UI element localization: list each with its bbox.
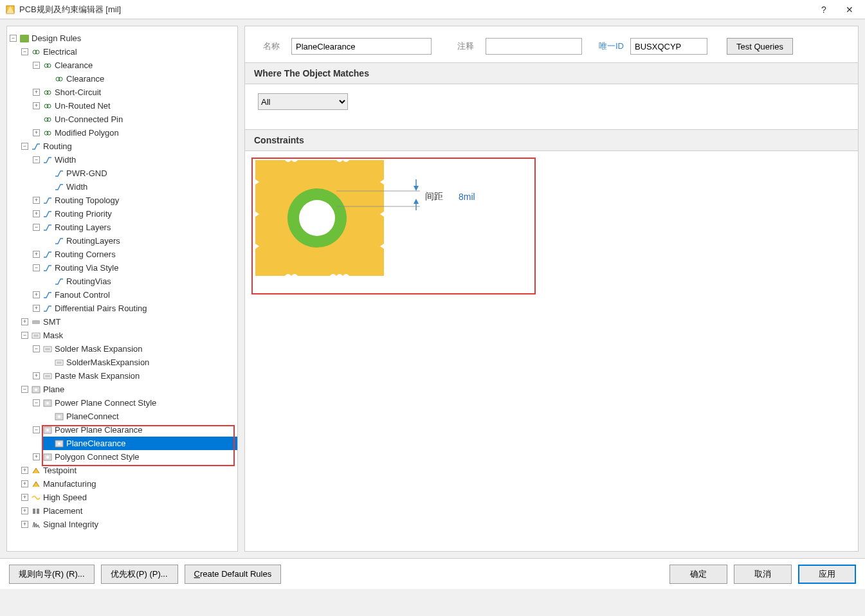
hispeed-icon bbox=[31, 493, 41, 502]
tree-solder-cat[interactable]: −Solder Mask Expansion bbox=[30, 342, 237, 356]
routing-icon bbox=[31, 142, 41, 151]
svg-point-32 bbox=[46, 429, 49, 431]
window-title: PCB规则及约束编辑器 [mil] bbox=[19, 4, 121, 15]
svg-rect-24 bbox=[45, 375, 50, 377]
svg-point-15 bbox=[47, 131, 51, 135]
si-icon bbox=[31, 520, 41, 529]
svg-point-26 bbox=[35, 388, 37, 391]
svg-rect-18 bbox=[33, 334, 39, 337]
tree-plane[interactable]: −Plane bbox=[19, 383, 237, 396]
svg-rect-37 bbox=[33, 509, 35, 514]
scope-select[interactable]: All bbox=[258, 93, 348, 110]
tree-electrical[interactable]: −Electrical bbox=[19, 45, 237, 59]
close-button[interactable]: ✕ bbox=[837, 5, 862, 15]
rule-editor-panel: 名称 注释 唯一ID Test Queries Where The Object… bbox=[244, 26, 859, 552]
tree-topo[interactable]: +Routing Topology bbox=[30, 194, 237, 207]
svg-point-36 bbox=[46, 456, 49, 458]
priority-button[interactable]: 优先权(P) (P)... bbox=[101, 565, 178, 584]
testpoint-icon bbox=[31, 466, 41, 475]
comment-label: 注释 bbox=[457, 41, 479, 52]
tree-width[interactable]: Width bbox=[42, 180, 237, 194]
tree-solder[interactable]: SolderMaskExpansion bbox=[42, 356, 237, 369]
tree-ppconnect[interactable]: PlaneConnect bbox=[42, 410, 237, 423]
titlebar: PCB规则及约束编辑器 [mil] ? ✕ bbox=[0, 0, 865, 19]
rule-header-row: 名称 注释 唯一ID Test Queries bbox=[245, 26, 858, 62]
electrical-icon bbox=[31, 48, 41, 57]
tree-vias[interactable]: RoutingVias bbox=[42, 275, 237, 288]
svg-point-28 bbox=[46, 402, 49, 404]
app-icon bbox=[5, 5, 15, 15]
tree-modpoly[interactable]: +Modified Polygon bbox=[30, 126, 237, 140]
rules-tree-panel: −Design Rules −Electrical −Clearance Cle… bbox=[6, 26, 238, 552]
section-where-head: Where The Object Matches bbox=[245, 62, 858, 84]
svg-point-13 bbox=[47, 118, 51, 122]
tree-layers[interactable]: RoutingLayers bbox=[42, 234, 237, 248]
svg-rect-16 bbox=[32, 320, 40, 324]
plane-icon bbox=[31, 385, 41, 394]
tree-ppclear[interactable]: PlaneClearance bbox=[42, 437, 237, 450]
test-queries-button[interactable]: Test Queries bbox=[727, 38, 793, 55]
help-button[interactable]: ? bbox=[811, 5, 837, 15]
svg-point-7 bbox=[59, 77, 62, 81]
svg-point-5 bbox=[47, 64, 51, 68]
svg-point-30 bbox=[58, 415, 60, 418]
dimension-lines bbox=[336, 188, 420, 209]
tree-ppconnect-cat[interactable]: −Power Plane Connect Style bbox=[30, 396, 237, 410]
clearance-label: 间距 bbox=[425, 191, 443, 203]
mfg-icon bbox=[31, 480, 41, 489]
tree-corners[interactable]: +Routing Corners bbox=[30, 248, 237, 261]
tree-mask[interactable]: −Mask bbox=[19, 329, 237, 342]
dialog-footer: 规则向导(R) (R)... 优先权(P) (P)... CCreate Def… bbox=[0, 558, 865, 589]
tree-diff[interactable]: +Differential Pairs Routing bbox=[30, 302, 237, 315]
tree-ppclear-cat[interactable]: −Power Plane Clearance bbox=[30, 423, 237, 437]
name-label: 名称 bbox=[263, 41, 285, 52]
tree-mfg[interactable]: +Manufacturing bbox=[19, 477, 237, 491]
placement-icon bbox=[31, 507, 41, 516]
smt-icon bbox=[31, 318, 41, 327]
tree-hispeed[interactable]: +High Speed bbox=[19, 491, 237, 504]
rules-icon bbox=[19, 34, 30, 43]
svg-point-11 bbox=[47, 104, 51, 108]
tree-layers-cat[interactable]: −Routing Layers bbox=[30, 221, 237, 234]
tree-prio[interactable]: +Routing Priority bbox=[30, 207, 237, 221]
tree-short[interactable]: +Short-Circuit bbox=[30, 86, 237, 99]
svg-point-9 bbox=[47, 91, 51, 95]
tree-pwrgnd[interactable]: PWR-GND bbox=[42, 167, 237, 180]
plane-clearance-diagram bbox=[253, 154, 388, 282]
cancel-button[interactable]: 取消 bbox=[734, 565, 792, 584]
svg-rect-1 bbox=[20, 35, 29, 42]
tree-unconnected[interactable]: Un-Connected Pin bbox=[30, 113, 237, 126]
create-default-button[interactable]: CCreate Default Rulesreate Default Rules bbox=[185, 565, 282, 584]
tree-via-cat[interactable]: −Routing Via Style bbox=[30, 261, 237, 275]
tree-root[interactable]: −Design Rules bbox=[7, 32, 237, 45]
section-constraints-head: Constraints bbox=[245, 129, 858, 151]
tree-polyconnect[interactable]: +Polygon Connect Style bbox=[30, 450, 237, 464]
tree-width-cat[interactable]: −Width bbox=[30, 153, 237, 167]
name-input[interactable] bbox=[291, 38, 432, 55]
tree-smt[interactable]: +SMT bbox=[19, 315, 237, 329]
constraints-highlight: 间距 8mil bbox=[251, 158, 536, 294]
rule-wizard-button[interactable]: 规则向导(R) (R)... bbox=[9, 565, 95, 584]
tree-testpoint[interactable]: +Testpoint bbox=[19, 464, 237, 477]
tree-routing[interactable]: −Routing bbox=[19, 140, 237, 153]
svg-rect-38 bbox=[37, 509, 39, 514]
tree-clearance-cat[interactable]: −Clearance bbox=[30, 59, 237, 72]
id-label: 唯一ID bbox=[599, 41, 624, 52]
tree-unrouted[interactable]: +Un-Routed Net bbox=[30, 99, 237, 113]
tree-fanout[interactable]: +Fanout Control bbox=[30, 288, 237, 302]
mask-icon bbox=[31, 331, 41, 340]
svg-point-34 bbox=[58, 442, 60, 445]
svg-point-41 bbox=[299, 200, 335, 236]
id-input[interactable] bbox=[630, 38, 707, 55]
tree-paste[interactable]: +Paste Mask Expansion bbox=[30, 369, 237, 383]
tree-clearance[interactable]: Clearance bbox=[42, 72, 237, 86]
tree-placement[interactable]: +Placement bbox=[19, 504, 237, 518]
svg-point-3 bbox=[35, 50, 39, 54]
svg-rect-20 bbox=[45, 348, 50, 350]
svg-rect-22 bbox=[57, 361, 62, 364]
clearance-value[interactable]: 8mil bbox=[459, 192, 475, 202]
tree-si[interactable]: +Signal Integrity bbox=[19, 518, 237, 531]
ok-button[interactable]: 确定 bbox=[669, 565, 727, 584]
apply-button[interactable]: 应用 bbox=[798, 565, 856, 584]
comment-input[interactable] bbox=[486, 38, 582, 55]
